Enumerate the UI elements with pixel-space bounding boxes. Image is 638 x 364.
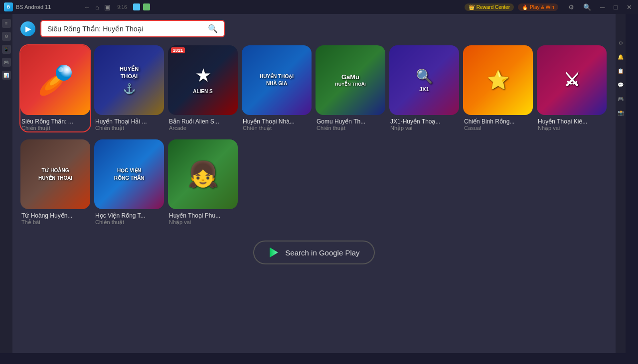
taskbar-app-icon[interactable] (133, 3, 140, 10)
game-name-5: Gomu Huyền Th... (316, 118, 385, 125)
game-card-11[interactable]: 👧 Huyền Thoại Phu... Nhập vai (168, 139, 238, 226)
game-icon-overlay-4: HUYỀN THOẠINHÀ GIA (242, 45, 312, 115)
right-sidebar-icon-3[interactable]: 📋 (617, 67, 625, 75)
game-icon-overlay-5: GaMu HUYỀN THOẠI (316, 45, 385, 115)
game-genre-1: Chiến thuật (20, 125, 90, 131)
search-bar-wrapper: ▶ 🔍 (20, 20, 608, 37)
game-name-11: Huyền Thoại Phu... (168, 212, 238, 219)
sidebar-icon-5[interactable]: 📊 (2, 71, 11, 80)
game-icon-2: HUYỀNTHOẠI ⚓ (94, 45, 164, 115)
search-google-play-button[interactable]: Search in Google Play (253, 241, 374, 264)
window-controls: ⚙ 🔍 ─ □ ✕ (566, 2, 634, 12)
game-name-4: Huyền Thoại Nhà... (242, 118, 312, 125)
game-card-4[interactable]: HUYỀN THOẠINHÀ GIA Huyền Thoại Nhà... Ch… (242, 45, 312, 131)
games-row-1: Siêu Rồng Thần: ... Chiến thuật HUYỀNTHO… (20, 45, 608, 131)
game-name-10: Học Viện Rồng T... (94, 212, 164, 219)
playnwin-label: Play & Win (530, 4, 554, 10)
game-icon-overlay-7: ⭐ (463, 45, 533, 115)
game-genre-3: Arcade (168, 125, 238, 131)
game-genre-9: Thẻ bài (20, 219, 90, 226)
game-icon-overlay-10: HỌC VIỆNRỒNG THẦN (94, 139, 164, 209)
game-icon-4: HUYỀN THOẠINHÀ GIA (242, 45, 312, 115)
right-sidebar-icon-2[interactable]: 🔔 (617, 53, 625, 61)
game-genre-7: Casual (463, 125, 533, 131)
game-card-9[interactable]: TỨ HOÀNGHUYỀN THOẠI Tứ Hoàng Huyền... Th… (20, 139, 90, 226)
taskbar-app-icon2[interactable] (143, 3, 150, 10)
game-name-1: Siêu Rồng Thần: ... (20, 118, 90, 125)
sidebar-icon-1[interactable]: ≡ (2, 19, 11, 28)
close-button[interactable]: ✕ (625, 2, 634, 12)
playnwin-icon: 🔥 (522, 4, 528, 10)
game-genre-10: Chiến thuật (94, 219, 164, 226)
content-area: ▶ 🔍 (12, 14, 616, 353)
game-card-3[interactable]: 2021 ★ ALIEN S Bắn Ruồi Alien S... Arcad… (168, 45, 238, 131)
comet-icon (33, 58, 78, 103)
game-icon-11: 👧 (168, 139, 238, 209)
right-sidebar: ⚙ 🔔 📋 💬 🎮 📸 (616, 14, 626, 353)
game-icon-3: 2021 ★ ALIEN S (168, 45, 238, 115)
game-card-5[interactable]: GaMu HUYỀN THOẠI Gomu Huyền Th... Chiến … (316, 45, 385, 131)
search-bar[interactable]: 🔍 (40, 20, 225, 37)
svg-point-4 (58, 67, 63, 72)
game-card-10[interactable]: HỌC VIỆNRỒNG THẦN Học Viện Rồng T... Chi… (94, 139, 164, 226)
main-area: ≡ ⚙ 📱 🎮 📊 ▶ 🔍 (0, 14, 626, 353)
game-card-7[interactable]: ⭐ Chiến Binh Rồng... Casual (463, 45, 533, 131)
game-icon-1 (20, 45, 90, 115)
search-google-play-section: Search in Google Play (20, 241, 608, 264)
game-name-3: Bắn Ruồi Alien S... (168, 118, 238, 125)
game-icon-overlay-11: 👧 (168, 139, 238, 209)
back-button[interactable]: ← (84, 3, 90, 11)
recent-button[interactable]: ▣ (104, 3, 110, 11)
game-icon-8: ⚔ (537, 45, 607, 115)
games-row-2: TỨ HOÀNGHUYỀN THOẠI Tứ Hoàng Huyền... Th… (20, 139, 608, 226)
game-icon-overlay-1 (20, 45, 90, 115)
game-icon-6: 🔍 JX1 (389, 45, 459, 115)
game-name-7: Chiến Binh Rồng... (463, 118, 533, 125)
search-input[interactable] (47, 25, 204, 33)
game-card-2[interactable]: HUYỀNTHOẠI ⚓ Huyền Thoại Hải ... Chiến t… (94, 45, 164, 131)
sidebar-icon-2[interactable]: ⚙ (2, 32, 11, 41)
titlebar: B BS Android 11 ← ⌂ ▣ 9:16 👑 Reward Cent… (0, 0, 638, 14)
minimize-button[interactable]: ─ (598, 2, 607, 12)
game-icon-overlay-3: ★ ALIEN S (168, 45, 238, 115)
app-logo: B (4, 2, 13, 11)
titlebar-right: 👑 Reward Center 🔥 Play & Win ⚙ 🔍 ─ □ ✕ (465, 2, 634, 12)
game-name-8: Huyền Thoại Kiê... (537, 118, 607, 125)
reward-label: Reward Center (477, 4, 510, 10)
game-icon-overlay-6: 🔍 JX1 (389, 45, 459, 115)
svg-point-3 (56, 65, 72, 81)
right-sidebar-icon-4[interactable]: 💬 (617, 81, 625, 89)
game-name-9: Tứ Hoàng Huyền... (20, 212, 90, 219)
game-name-6: JX1-Huyền Thoạ... (389, 118, 459, 125)
game-genre-2: Chiến thuật (94, 125, 164, 131)
reward-center-button[interactable]: 👑 Reward Center (465, 3, 514, 11)
game-icon-overlay-8: ⚔ (537, 45, 607, 115)
reward-icon: 👑 (469, 4, 475, 10)
sidebar-icon-4[interactable]: 🎮 (2, 58, 11, 67)
settings-button[interactable]: ⚙ (566, 2, 576, 12)
game-card-1[interactable]: Siêu Rồng Thần: ... Chiến thuật (20, 45, 90, 131)
search-toolbar-button[interactable]: 🔍 (581, 2, 593, 12)
game-icon-9: TỨ HOÀNGHUYỀN THOẠI (20, 139, 90, 209)
maximize-button[interactable]: □ (612, 2, 620, 12)
right-sidebar-icon-5[interactable]: 🎮 (617, 95, 625, 103)
game-genre-4: Chiến thuật (242, 125, 312, 131)
right-sidebar-icon-6[interactable]: 📸 (617, 109, 625, 117)
game-icon-10: HỌC VIỆNRỒNG THẦN (94, 139, 164, 209)
taskbar-time-left: 9:16 (117, 4, 127, 10)
game-icon-overlay-2: HUYỀNTHOẠI ⚓ (94, 45, 164, 115)
game-card-6[interactable]: 🔍 JX1 JX1-Huyền Thoạ... Nhập vai (389, 45, 459, 131)
google-play-icon (268, 246, 280, 258)
google-play-button-label: Search in Google Play (285, 248, 359, 257)
game-card-8[interactable]: ⚔ Huyền Thoại Kiê... Nhập vai (537, 45, 607, 131)
game-icon-overlay-9: TỨ HOÀNGHUYỀN THOẠI (20, 139, 90, 209)
right-sidebar-icon-1[interactable]: ⚙ (617, 39, 625, 47)
game-genre-8: Nhập vai (537, 125, 607, 131)
sidebar-icon-3[interactable]: 📱 (2, 45, 11, 54)
search-icon[interactable]: 🔍 (208, 24, 218, 33)
play-and-win-button[interactable]: 🔥 Play & Win (518, 3, 558, 11)
game-genre-6: Nhập vai (389, 125, 459, 131)
home-button[interactable]: ⌂ (95, 3, 99, 11)
game-genre-11: Nhập vai (168, 219, 238, 226)
game-icon-7: ⭐ (463, 45, 533, 115)
